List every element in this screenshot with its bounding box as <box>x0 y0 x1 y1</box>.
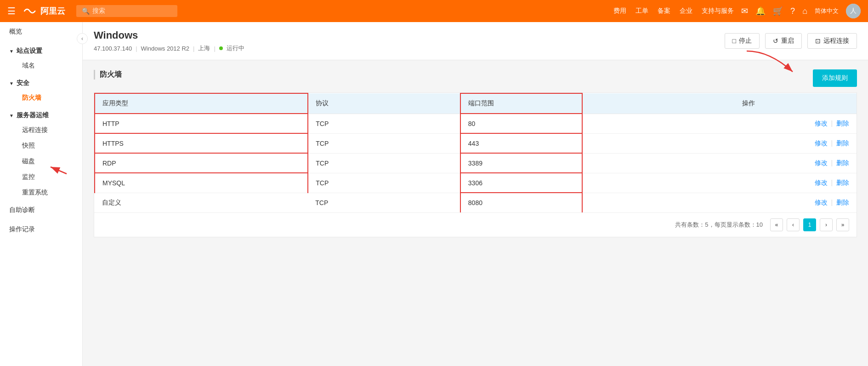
lang-switch[interactable]: 简体中文 <box>815 7 839 15</box>
menu-icon[interactable]: ☰ <box>7 6 16 17</box>
nav-backup[interactable]: 备案 <box>658 7 670 15</box>
home-icon[interactable]: ⌂ <box>802 6 807 16</box>
restart-button[interactable]: ↺ 重启 <box>765 33 802 49</box>
table-header: 应用类型 协议 端口范围 操作 <box>95 93 857 114</box>
edit-link-2[interactable]: 修改 <box>815 159 828 166</box>
cell-proto-1: TCP <box>308 133 460 153</box>
page-current-button[interactable]: 1 <box>803 218 816 231</box>
instance-status: 运行中 <box>227 44 244 52</box>
col-header-proto: 协议 <box>308 93 460 114</box>
cell-proto-4: TCP <box>308 193 460 212</box>
sidebar-item-disk[interactable]: 磁盘 <box>17 154 82 169</box>
remote-icon: ⊡ <box>815 37 821 45</box>
main-content: Windows 47.100.37.140 | Windows 2012 R2 … <box>83 22 868 366</box>
delete-link-4[interactable]: 删除 <box>836 199 849 206</box>
cell-proto-0: TCP <box>308 114 460 133</box>
page-title: Windows <box>94 29 244 41</box>
page-header-right: □ 停止 ↺ 重启 ⊡ 远程连接 <box>725 33 857 49</box>
cell-port-3: 3306 <box>460 173 582 193</box>
delete-link-2[interactable]: 删除 <box>836 159 849 166</box>
sidebar-item-monitor[interactable]: 监控 <box>17 169 82 185</box>
restart-icon: ↺ <box>773 37 778 45</box>
stop-button[interactable]: □ 停止 <box>725 33 760 49</box>
cell-action-4: 修改 | 删除 <box>735 193 857 212</box>
firewall-table-container: 应用类型 协议 端口范围 操作 <box>94 92 857 237</box>
col-header-empty <box>582 93 735 114</box>
email-icon[interactable]: ✉ <box>741 6 748 16</box>
sidebar-item-reset[interactable]: 重置系统 <box>17 185 82 200</box>
avatar[interactable]: 人 <box>846 4 861 18</box>
edit-link-0[interactable]: 修改 <box>815 120 828 127</box>
cell-port-1: 443 <box>460 133 582 153</box>
edit-link-1[interactable]: 修改 <box>815 139 828 147</box>
sidebar-section-site[interactable]: ▼ 站点设置 <box>0 41 82 58</box>
cart-icon[interactable]: 🛒 <box>773 6 783 16</box>
sidebar-item-remote[interactable]: 远程连接 <box>17 122 82 138</box>
search-box[interactable]: 🔍 搜索 <box>76 5 177 17</box>
cell-action-0: 修改 | 删除 <box>735 114 857 133</box>
nav-enterprise[interactable]: 企业 <box>680 7 692 15</box>
table-body: HTTP TCP 80 修改 | 删除 HTTPS <box>95 114 857 212</box>
nav-links: 费用 工单 备案 企业 支持与服务 <box>613 7 734 15</box>
sidebar-item-operation-log[interactable]: 操作记录 <box>0 220 82 239</box>
sidebar-item-domain[interactable]: 域名 <box>17 58 82 74</box>
logo[interactable]: 阿里云 <box>21 5 65 17</box>
cell-empty-2 <box>582 153 735 173</box>
cell-empty-3 <box>582 173 735 193</box>
nav-support[interactable]: 支持与服务 <box>702 7 734 15</box>
sidebar-item-overview[interactable]: 概览 <box>0 22 82 41</box>
content-area: 防火墙 添加规则 <box>83 60 868 246</box>
instance-os: Windows 2012 R2 <box>141 45 190 52</box>
status-dot <box>219 46 223 50</box>
nav-icons: ✉ 🔔 🛒 ? ⌂ 简体中文 人 <box>741 4 861 18</box>
sidebar-section-ops[interactable]: ▼ 服务器运维 <box>0 106 82 122</box>
pagination-info: 共有条数：5，每页显示条数：10 <box>675 221 763 229</box>
section-arrow-security: ▼ <box>9 81 14 86</box>
sidebar-section-security[interactable]: ▼ 安全 <box>0 74 82 90</box>
sidebar-sub-security: 防火墙 <box>0 90 82 106</box>
sidebar: ‹ 概览 ▼ 站点设置 域名 ▼ 安全 防火墙 ▼ 服务器运维 <box>0 22 83 366</box>
cell-port-0: 80 <box>460 114 582 133</box>
col-header-port: 端口范围 <box>460 93 582 114</box>
section-header: 防火墙 添加规则 <box>94 69 857 87</box>
delete-link-3[interactable]: 删除 <box>836 179 849 186</box>
page-next-button[interactable]: › <box>820 218 833 231</box>
cell-app-2: RDP <box>95 153 308 173</box>
table-row: 自定义 TCP 8080 修改 | 删除 <box>95 193 857 212</box>
sidebar-item-snapshot[interactable]: 快照 <box>17 138 82 154</box>
page-meta: 47.100.37.140 | Windows 2012 R2 | 上海 | 运… <box>94 44 244 52</box>
sidebar-collapse-button[interactable]: ‹ <box>77 33 88 44</box>
edit-link-4[interactable]: 修改 <box>815 199 828 206</box>
sidebar-item-firewall[interactable]: 防火墙 <box>17 90 82 106</box>
table-row: HTTPS TCP 443 修改 | 删除 <box>95 133 857 153</box>
help-icon[interactable]: ? <box>790 6 795 16</box>
add-rule-button[interactable]: 添加规则 <box>813 69 857 87</box>
search-icon: 🔍 <box>82 7 90 15</box>
delete-link-0[interactable]: 删除 <box>836 120 849 127</box>
table-row: HTTP TCP 80 修改 | 删除 <box>95 114 857 133</box>
bell-icon[interactable]: 🔔 <box>755 6 766 16</box>
sidebar-item-diagnosis[interactable]: 自助诊断 <box>0 200 82 220</box>
cell-action-3: 修改 | 删除 <box>735 173 857 193</box>
edit-link-3[interactable]: 修改 <box>815 179 828 186</box>
cell-empty-4 <box>582 193 735 212</box>
sidebar-sub-ops: 远程连接 快照 磁盘 监控 重置系统 <box>0 122 82 200</box>
page-header-left: Windows 47.100.37.140 | Windows 2012 R2 … <box>94 29 244 52</box>
cell-app-3: MYSQL <box>95 173 308 193</box>
section-title: 防火墙 <box>94 70 122 80</box>
remote-connect-button[interactable]: ⊡ 远程连接 <box>807 33 857 49</box>
cell-app-1: HTTPS <box>95 133 308 153</box>
page-last-button[interactable]: » <box>836 218 849 231</box>
delete-link-1[interactable]: 删除 <box>836 139 849 147</box>
page-first-button[interactable]: « <box>770 218 783 231</box>
cell-empty-1 <box>582 133 735 153</box>
search-placeholder: 搜索 <box>92 7 105 15</box>
nav-fees[interactable]: 费用 <box>613 7 626 15</box>
page-prev-button[interactable]: ‹ <box>787 218 800 231</box>
cell-app-4: 自定义 <box>95 193 308 212</box>
col-header-app: 应用类型 <box>95 93 308 114</box>
instance-region: 上海 <box>198 44 210 52</box>
nav-workorder[interactable]: 工单 <box>635 7 648 15</box>
logo-text: 阿里云 <box>40 6 65 17</box>
cell-action-2: 修改 | 删除 <box>735 153 857 173</box>
